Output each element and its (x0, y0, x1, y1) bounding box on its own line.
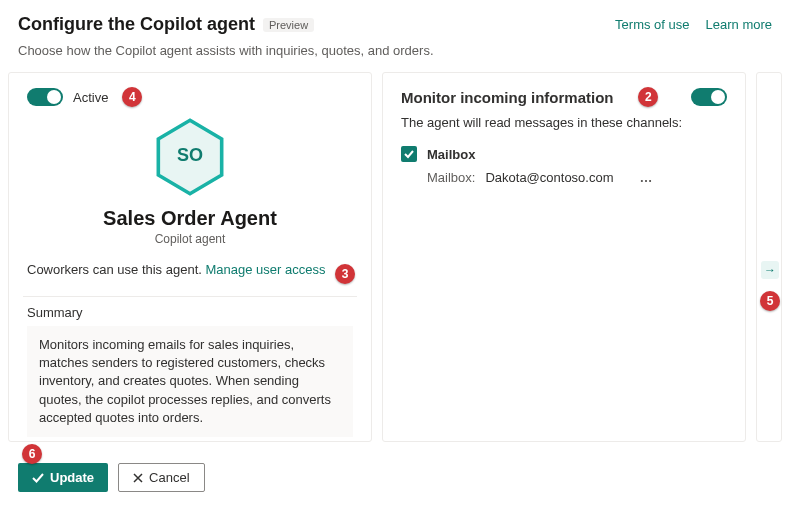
summary-title: Summary (27, 305, 353, 320)
cancel-button-label: Cancel (149, 470, 189, 485)
summary-text: Monitors incoming emails for sales inqui… (27, 326, 353, 437)
update-button[interactable]: Update (18, 463, 108, 492)
preview-badge: Preview (263, 18, 314, 32)
mailbox-field-label: Mailbox: (427, 170, 475, 185)
annotation-marker-5: 5 (760, 291, 780, 311)
page-subhead: Choose how the Copilot agent assists wit… (0, 41, 790, 72)
side-strip: → 5 (756, 72, 782, 442)
access-text: Coworkers can use this agent. (27, 262, 202, 277)
annotation-marker-4: 4 (122, 87, 142, 107)
agent-hexagon-icon: SO (154, 117, 226, 197)
mailbox-more-icon[interactable]: … (640, 170, 655, 185)
check-icon (32, 472, 44, 484)
next-page-arrow-icon[interactable]: → (761, 261, 779, 279)
agent-subtitle: Copilot agent (27, 232, 353, 246)
terms-link[interactable]: Terms of use (615, 17, 689, 32)
agent-name: Sales Order Agent (27, 207, 353, 230)
page-title: Configure the Copilot agent (18, 14, 255, 35)
update-button-label: Update (50, 470, 94, 485)
annotation-marker-6: 6 (22, 444, 42, 464)
channel-mailbox-label: Mailbox (427, 147, 475, 162)
learn-more-link[interactable]: Learn more (706, 17, 772, 32)
mailbox-value: Dakota@contoso.com (485, 170, 613, 185)
active-toggle[interactable] (27, 88, 63, 106)
active-label: Active (73, 90, 108, 105)
annotation-marker-2: 2 (638, 87, 658, 107)
close-icon (133, 473, 143, 483)
cancel-button[interactable]: Cancel (118, 463, 204, 492)
manage-user-access-link[interactable]: Manage user access (206, 262, 326, 277)
monitor-title: Monitor incoming information (401, 89, 613, 106)
mailbox-checkbox[interactable] (401, 146, 417, 162)
monitor-subtitle: The agent will read messages in these ch… (401, 115, 727, 130)
agent-initials: SO (177, 145, 203, 166)
monitor-toggle[interactable] (691, 88, 727, 106)
annotation-marker-3: 3 (335, 264, 355, 284)
